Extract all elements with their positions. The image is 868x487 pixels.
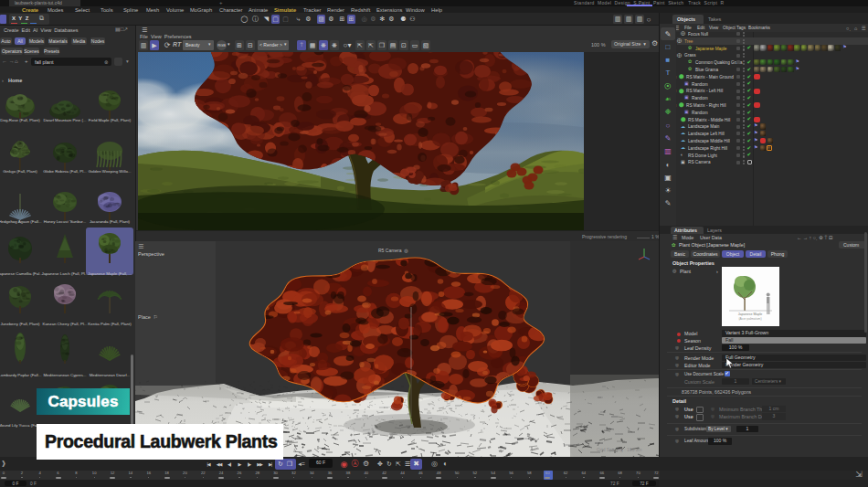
svg-text:Japanese Maple: Japanese Maple [738,312,762,316]
svg-text:(Acer palmatum): (Acer palmatum) [738,317,761,321]
